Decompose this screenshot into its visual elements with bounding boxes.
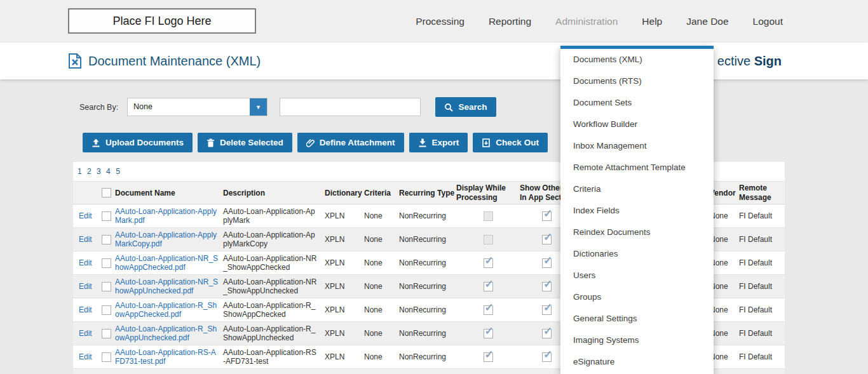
- show-other-checkbox[interactable]: [542, 352, 552, 362]
- description-cell: AAuto-Loan-Application-R_ShowAppUnchecke…: [223, 324, 325, 342]
- show-other-checkbox[interactable]: [542, 235, 552, 244]
- nav-item-help[interactable]: Help: [642, 16, 662, 27]
- nav-item-administration[interactable]: Administration: [555, 16, 618, 27]
- recurring-type-cell: NonRecurring: [399, 211, 456, 220]
- column-header-description: Description: [223, 189, 325, 197]
- display-while-processing-checkbox[interactable]: [484, 211, 493, 221]
- export-button[interactable]: Export: [409, 133, 468, 152]
- display-while-processing-checkbox[interactable]: [484, 258, 493, 268]
- admin-menu-item[interactable]: Groups: [560, 286, 714, 308]
- show-other-checkbox[interactable]: [542, 258, 552, 268]
- remote-message-cell: FI Default: [736, 352, 785, 361]
- display-while-processing-cell: [456, 305, 520, 315]
- checkout-icon: [482, 138, 491, 147]
- admin-menu-item[interactable]: General Settings: [560, 308, 714, 330]
- document-name-link[interactable]: AAuto-Loan-Application-R_ShowAppUnchecke…: [115, 324, 220, 342]
- row-checkbox[interactable]: [102, 211, 111, 221]
- show-other-checkbox[interactable]: [542, 282, 552, 291]
- description-cell: AAuto-Loan-Application-RS-AFD731-test: [223, 348, 325, 366]
- document-name-link[interactable]: AAuto-Loan-Application-NR_ShowAppUncheck…: [115, 277, 220, 295]
- dictionary-cell: XPLN: [325, 352, 364, 361]
- page-link[interactable]: 4: [106, 167, 111, 176]
- admin-menu-item[interactable]: Documents (XML): [560, 49, 714, 70]
- display-while-processing-cell: [456, 352, 520, 362]
- main-nav: Processing Reporting Administration Help…: [416, 0, 868, 43]
- nav-item-user-jane-doe[interactable]: Jane Doe: [686, 16, 728, 27]
- search-type-select[interactable]: None ▼: [127, 98, 268, 116]
- display-while-processing-cell: [456, 258, 520, 268]
- display-while-processing-checkbox[interactable]: [484, 282, 493, 291]
- edit-link[interactable]: Edit: [79, 282, 92, 291]
- chevron-down-icon[interactable]: ▼: [250, 98, 267, 116]
- nav-item-processing[interactable]: Processing: [416, 16, 465, 27]
- page-link[interactable]: 5: [116, 167, 120, 176]
- search-by-label: Search By:: [79, 103, 118, 112]
- remote-message-cell: FI Default: [736, 235, 785, 244]
- admin-menu-item[interactable]: Index Fields: [560, 200, 714, 222]
- define-attachment-button[interactable]: Define Attachment: [297, 133, 404, 152]
- admin-menu-item[interactable]: Document Sets: [560, 92, 714, 114]
- check-out-button[interactable]: Check Out: [473, 133, 548, 152]
- page-link[interactable]: 2: [87, 167, 92, 176]
- row-checkbox[interactable]: [102, 352, 111, 362]
- page-link[interactable]: 3: [97, 167, 101, 176]
- row-checkbox[interactable]: [102, 235, 111, 244]
- edit-link[interactable]: Edit: [79, 235, 92, 244]
- description-cell: AAuto-Loan-Application-ApplyMark: [223, 207, 325, 225]
- page-link[interactable]: 1: [78, 167, 82, 176]
- edit-link[interactable]: Edit: [79, 211, 92, 220]
- document-name-cell: AAuto-Loan-Application-ApplyMarkCopy.pdf: [115, 230, 223, 248]
- row-checkbox-cell: [97, 305, 115, 315]
- xml-document-icon: [68, 53, 82, 69]
- description-cell: AAuto-Loan-Application-R_ShowAppChecked: [223, 301, 325, 319]
- search-button[interactable]: Search: [435, 97, 496, 117]
- show-other-checkbox[interactable]: [542, 329, 552, 338]
- row-checkbox[interactable]: [102, 282, 111, 291]
- nav-item-reporting[interactable]: Reporting: [489, 16, 531, 27]
- document-name-link[interactable]: AAuto-Loan-Application-RS-AFD731-test.pd…: [115, 348, 220, 366]
- show-other-checkbox[interactable]: [542, 305, 552, 315]
- edit-link[interactable]: Edit: [79, 352, 92, 361]
- admin-menu-item[interactable]: Users: [560, 265, 714, 286]
- edit-link[interactable]: Edit: [79, 329, 92, 338]
- display-while-processing-checkbox[interactable]: [484, 235, 493, 244]
- document-name-cell: AAuto-Loan-Application-NR_ShowAppChecked…: [115, 254, 223, 272]
- show-other-checkbox[interactable]: [542, 211, 552, 221]
- row-checkbox-cell: [97, 282, 115, 291]
- admin-menu-item[interactable]: Inbox Management: [560, 135, 714, 157]
- recurring-type-cell: NonRecurring: [399, 329, 456, 338]
- admin-menu-item[interactable]: Remote Attachment Template: [560, 157, 714, 178]
- document-name-link[interactable]: AAuto-Loan-Application-ApplyMark.pdf: [115, 207, 220, 225]
- admin-menu-item[interactable]: Documents (RTS): [560, 70, 714, 92]
- edit-link[interactable]: Edit: [79, 305, 92, 314]
- app-window: Place FI Logo Here Processing Reporting …: [0, 0, 868, 374]
- row-checkbox[interactable]: [102, 305, 111, 315]
- display-while-processing-checkbox[interactable]: [484, 329, 493, 338]
- display-while-processing-checkbox[interactable]: [484, 305, 493, 315]
- page-title: Document Maintenance (XML): [88, 54, 261, 69]
- edit-link[interactable]: Edit: [79, 258, 92, 267]
- admin-menu-item[interactable]: Criteria: [560, 178, 714, 200]
- row-checkbox[interactable]: [102, 329, 111, 338]
- admin-menu-item[interactable]: eSignature: [560, 351, 714, 373]
- row-checkbox-cell: [97, 329, 115, 338]
- column-header-remote-message: Remote Message: [736, 184, 785, 203]
- fi-logo-placeholder: Place FI Logo Here: [68, 8, 256, 34]
- search-input[interactable]: [280, 98, 421, 116]
- document-name-link[interactable]: AAuto-Loan-Application-ApplyMarkCopy.pdf: [115, 230, 220, 248]
- document-name-cell: AAuto-Loan-Application-NR_ShowAppUncheck…: [115, 277, 223, 295]
- delete-selected-button[interactable]: Delete Selected: [198, 133, 292, 152]
- row-checkbox[interactable]: [102, 258, 111, 268]
- admin-menu-item[interactable]: Workflow Builder: [560, 114, 714, 135]
- admin-menu-item[interactable]: Reindex Documents: [560, 222, 714, 243]
- admin-menu-item[interactable]: Dictionaries: [560, 243, 714, 265]
- document-name-link[interactable]: AAuto-Loan-Application-R_ShowAppChecked.…: [115, 301, 220, 319]
- display-while-processing-checkbox[interactable]: [484, 352, 493, 362]
- document-name-link[interactable]: AAuto-Loan-Application-NR_ShowAppChecked…: [115, 254, 220, 272]
- nav-item-logout[interactable]: Logout: [753, 16, 783, 27]
- admin-menu-item[interactable]: Imaging Systems: [560, 330, 714, 351]
- upload-documents-button[interactable]: Upload Documents: [83, 133, 193, 152]
- search-icon: [444, 103, 453, 112]
- select-all-checkbox[interactable]: [102, 188, 111, 197]
- display-while-processing-cell: [456, 282, 520, 291]
